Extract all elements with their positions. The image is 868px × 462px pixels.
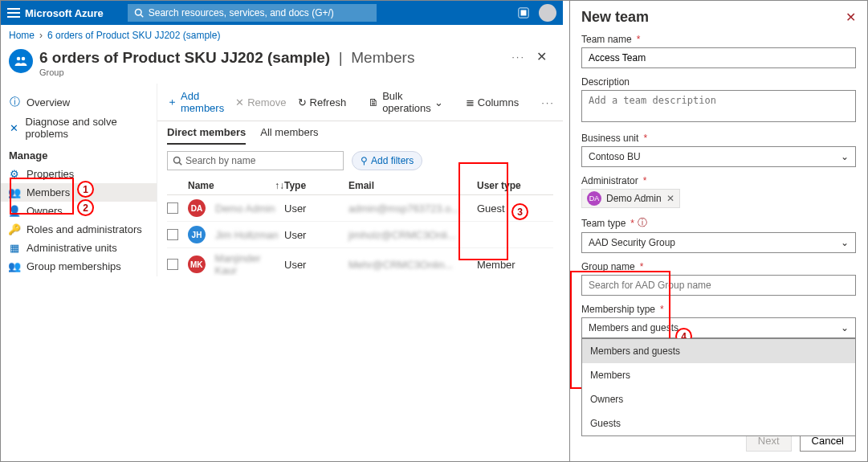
- sidebar-section-manage: Manage: [1, 143, 157, 165]
- page-title: 6 orders of Product SKU JJ202 (sample): [39, 49, 330, 66]
- row-user-type: Member: [477, 259, 541, 271]
- membership-type-select[interactable]: Members and guests ⌄ Members and guestsM…: [581, 317, 856, 338]
- membership-type-dropdown: Members and guestsMembersOwnersGuests: [581, 338, 856, 436]
- bulk-operations-menu[interactable]: 🗎 Bulk operations ⌄: [369, 90, 443, 114]
- sidebar-item-roles[interactable]: 🔑 Roles and administrators: [1, 220, 157, 239]
- columns-icon: ≣: [466, 96, 475, 108]
- directory-icon[interactable]: [518, 7, 529, 18]
- tab-all-members[interactable]: All members: [260, 126, 318, 145]
- svg-rect-6: [521, 10, 527, 16]
- sidebar: « ⓘ Overview ✕ Diagnose and solve proble…: [1, 84, 157, 276]
- refresh-button[interactable]: ↻ Refresh: [298, 96, 347, 108]
- page-title-section: Members: [351, 49, 414, 66]
- sidebar-item-admin-units[interactable]: ▦ Administrative units: [1, 239, 157, 257]
- remove-chip-icon[interactable]: ✕: [666, 193, 674, 204]
- svg-rect-1: [7, 12, 20, 14]
- group-name-label: Group name: [581, 261, 635, 272]
- administrator-label: Administrator: [581, 175, 638, 186]
- new-team-panel: New team ✕ Team name* Description Busine…: [569, 1, 867, 461]
- table-row[interactable]: JHJim HoltzmanUserjimholz@CRMC3Onli...: [167, 222, 553, 248]
- document-icon: 🗎: [369, 96, 379, 108]
- tab-direct-members[interactable]: Direct members: [167, 126, 246, 145]
- description-label: Description: [581, 76, 630, 88]
- search-icon: [173, 156, 182, 166]
- group-icon: [9, 49, 33, 73]
- more-icon[interactable]: ···: [511, 51, 525, 63]
- team-name-label: Team name: [581, 34, 632, 45]
- members-table: Name↑↓ Type Email User type DADemo Admin…: [167, 177, 553, 276]
- row-type: User: [284, 229, 348, 241]
- row-checkbox[interactable]: [167, 202, 178, 214]
- row-checkbox[interactable]: [167, 229, 178, 240]
- page-subtitle: Group: [39, 67, 414, 77]
- remove-button[interactable]: ✕ Remove: [235, 96, 286, 108]
- user-initials-icon: MK: [188, 256, 206, 273]
- columns-button[interactable]: ≣ Columns: [466, 96, 519, 108]
- plus-icon: ＋: [167, 95, 177, 109]
- search-by-name-input[interactable]: Search by name: [167, 151, 344, 170]
- table-row[interactable]: MKManjinder KaurUserMehr@CRMC3Onlin...Me…: [167, 248, 553, 276]
- column-email[interactable]: Email: [348, 180, 477, 191]
- group-memberships-icon: 👥: [9, 260, 20, 272]
- row-user-type: Guest: [477, 202, 541, 215]
- row-name: Demo Admin: [215, 202, 275, 215]
- roles-icon: 🔑: [9, 223, 20, 235]
- owners-icon: 👤: [9, 205, 20, 217]
- sidebar-item-properties[interactable]: ⚙ Properties: [1, 165, 157, 183]
- svg-point-8: [22, 57, 26, 61]
- filter-icon: ⚲: [361, 155, 368, 166]
- refresh-icon: ↻: [298, 96, 307, 108]
- add-filters-button[interactable]: ⚲ Add filters: [352, 151, 422, 170]
- members-toolbar: ＋ Add members ✕ Remove ↻ Refresh 🗎 Bulk …: [157, 84, 563, 121]
- row-checkbox[interactable]: [167, 259, 178, 270]
- user-initials-icon: JH: [188, 226, 206, 243]
- breadcrumb-current[interactable]: 6 orders of Product SKU JJ202 (sample): [47, 30, 220, 41]
- business-unit-select[interactable]: Contoso BU ⌄: [581, 146, 856, 167]
- diagnose-icon: ✕: [9, 122, 19, 134]
- row-email: Mehr@CRMC3Onlin...: [348, 259, 453, 271]
- info-icon[interactable]: ⓘ: [638, 216, 647, 230]
- sidebar-item-members[interactable]: 👥 Members: [1, 183, 157, 202]
- members-tabs: Direct members All members: [157, 121, 563, 145]
- membership-option[interactable]: Members and guests: [582, 339, 855, 363]
- admin-units-icon: ▦: [9, 242, 20, 254]
- row-type: User: [284, 202, 348, 215]
- column-type[interactable]: Type: [284, 180, 348, 191]
- membership-option[interactable]: Members: [582, 363, 855, 387]
- global-search-input[interactable]: Search resources, services, and docs (G+…: [128, 4, 377, 22]
- svg-rect-0: [7, 8, 20, 10]
- row-email: jimholz@CRMC3Onli...: [348, 229, 456, 241]
- membership-option[interactable]: Guests: [582, 411, 855, 435]
- table-row[interactable]: DADemo AdminUseradmin@msp763723.o...Gues…: [167, 195, 553, 222]
- svg-line-10: [179, 162, 181, 165]
- chevron-right-icon: ›: [39, 30, 43, 41]
- sidebar-item-group-memberships[interactable]: 👥 Group memberships: [1, 257, 157, 276]
- breadcrumb-home[interactable]: Home: [9, 30, 35, 41]
- sidebar-item-overview[interactable]: ⓘ Overview: [1, 92, 157, 112]
- sidebar-item-owners[interactable]: 👤 Owners: [1, 202, 157, 220]
- close-blade-button[interactable]: ✕: [536, 49, 547, 64]
- chevron-down-icon: ⌄: [841, 322, 849, 333]
- table-header-row: Name↑↓ Type Email User type: [167, 177, 553, 195]
- chevron-down-icon: ⌄: [434, 96, 443, 108]
- avatar[interactable]: [539, 4, 556, 22]
- hamburger-icon[interactable]: [7, 6, 20, 19]
- administrator-chip[interactable]: DA Demo Admin ✕: [581, 189, 680, 208]
- members-icon: 👥: [9, 186, 20, 198]
- team-name-input[interactable]: [581, 47, 856, 68]
- membership-option[interactable]: Owners: [582, 387, 855, 411]
- team-type-select[interactable]: AAD Security Group ⌄: [581, 232, 856, 253]
- description-input[interactable]: [581, 90, 856, 122]
- svg-point-9: [174, 157, 181, 164]
- column-user-type[interactable]: User type: [477, 180, 541, 191]
- sidebar-item-diagnose[interactable]: ✕ Diagnose and solve problems: [1, 112, 157, 143]
- overflow-icon[interactable]: ···: [541, 96, 555, 108]
- close-panel-button[interactable]: ✕: [846, 10, 856, 25]
- properties-icon: ⚙: [9, 168, 20, 180]
- brand-label: Microsoft Azure: [25, 7, 104, 19]
- add-members-button[interactable]: ＋ Add members: [167, 90, 224, 114]
- membership-type-label: Membership type: [581, 304, 655, 315]
- group-name-input[interactable]: [581, 275, 856, 296]
- svg-point-3: [135, 10, 141, 16]
- column-name[interactable]: Name↑↓: [188, 180, 284, 191]
